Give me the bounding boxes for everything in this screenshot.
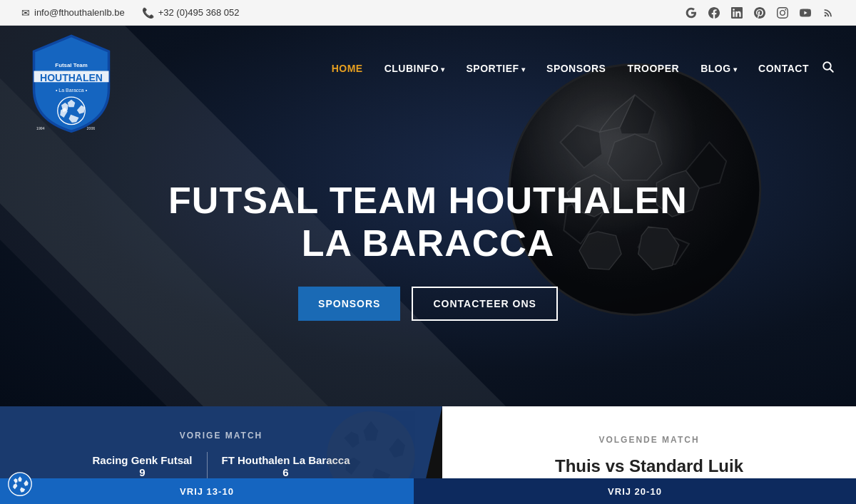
- nav-link-contact[interactable]: CONTACT: [758, 63, 809, 74]
- hero-buttons: SPONSORS CONTACTEER ONS: [298, 287, 558, 321]
- bottom-logo: [7, 471, 33, 497]
- rss-icon[interactable]: [822, 6, 835, 19]
- prev-match-date-bar: Vrij 13-10: [0, 478, 414, 504]
- nav-link-clubinfo[interactable]: CLUBINFO▾: [384, 63, 445, 74]
- nav-link-blog[interactable]: BLOG▾: [700, 63, 737, 74]
- svg-text:HOUTHALEN: HOUTHALEN: [40, 72, 103, 83]
- contact-button[interactable]: CONTACTEER ONS: [412, 287, 557, 321]
- email-item: ✉ info@fthouthalenlb.be: [21, 7, 125, 19]
- svg-text:1994: 1994: [36, 126, 45, 130]
- phone-text: +32 (0)495 368 052: [158, 7, 240, 18]
- nav-link-trooper[interactable]: TROOPER: [627, 63, 679, 74]
- nav-links-list: HOME CLUBINFO▾ SPORTIEF▾ SPONSORS TROOPE…: [332, 62, 809, 75]
- hero-section: Futsal Team HOUTHALEN • La Baracca • 199…: [0, 26, 856, 406]
- hero-text-block: FUTSAL TEAM HOUTHALEN LA BARACCA SPONSOR…: [0, 180, 856, 321]
- phone-icon: 📞: [142, 7, 154, 19]
- nav-item-trooper[interactable]: TROOPER: [627, 62, 679, 75]
- prev-match-date: Vrij 13-10: [180, 486, 234, 497]
- svg-text:Futsal Team: Futsal Team: [55, 62, 87, 68]
- nav-link-home[interactable]: HOME: [332, 63, 363, 74]
- prev-team1-name: Racing Genk Futsal: [92, 454, 192, 466]
- score-divider: [207, 452, 208, 480]
- nav-item-home[interactable]: HOME: [332, 62, 363, 75]
- next-match-date-bar: Vrij 20-10: [414, 478, 856, 504]
- svg-text:• La Baracca •: • La Baracca •: [56, 88, 88, 93]
- svg-text:2006: 2006: [87, 126, 96, 130]
- nav-link-sportief[interactable]: SPORTIEF▾: [467, 63, 526, 74]
- linkedin-icon[interactable]: [730, 6, 743, 19]
- matches-section: VORIGE MATCH Racing Genk Futsal 9 FT Hou…: [0, 406, 856, 504]
- prev-match-teams: Racing Genk Futsal 9 FT Houthalen La Bar…: [92, 452, 350, 480]
- email-icon: ✉: [21, 7, 30, 19]
- phone-item: 📞 +32 (0)495 368 052: [142, 7, 240, 19]
- google-icon[interactable]: [685, 6, 698, 19]
- nav-link-sponsors[interactable]: SPONSORS: [546, 63, 606, 74]
- prev-team1-score: 9: [92, 466, 192, 478]
- search-icon[interactable]: [822, 61, 835, 77]
- instagram-icon[interactable]: [776, 6, 789, 19]
- email-text: info@fthouthalenlb.be: [34, 7, 125, 18]
- svg-point-32: [9, 473, 31, 495]
- top-bar-contact-info: ✉ info@fthouthalenlb.be 📞 +32 (0)495 368…: [21, 7, 240, 19]
- sponsors-button[interactable]: SPONSORS: [298, 287, 400, 321]
- nav-item-sportief[interactable]: SPORTIEF▾: [467, 62, 526, 75]
- nav-item-sponsors[interactable]: SPONSORS: [546, 62, 606, 75]
- next-match-title: Thuis vs Standard Luik: [555, 456, 743, 476]
- social-links: [685, 6, 835, 19]
- youtube-icon[interactable]: [799, 6, 812, 19]
- site-logo[interactable]: Futsal Team HOUTHALEN • La Baracca • 199…: [21, 33, 121, 133]
- prev-match-label: VORIGE MATCH: [180, 431, 263, 441]
- pinterest-icon[interactable]: [753, 6, 766, 19]
- top-bar: ✉ info@fthouthalenlb.be 📞 +32 (0)495 368…: [0, 0, 856, 26]
- next-match-date: Vrij 20-10: [608, 486, 662, 497]
- nav-item-contact[interactable]: CONTACT: [758, 62, 809, 75]
- facebook-icon[interactable]: [708, 6, 720, 19]
- next-match-label: VOLGENDE MATCH: [598, 435, 699, 445]
- date-bar: Vrij 13-10 Vrij 20-10: [0, 478, 856, 504]
- hero-title: FUTSAL TEAM HOUTHALEN LA BARACCA: [168, 180, 688, 265]
- main-nav: Futsal Team HOUTHALEN • La Baracca • 199…: [0, 26, 856, 111]
- nav-item-blog[interactable]: BLOG▾: [700, 62, 737, 75]
- nav-item-clubinfo[interactable]: CLUBINFO▾: [384, 62, 445, 75]
